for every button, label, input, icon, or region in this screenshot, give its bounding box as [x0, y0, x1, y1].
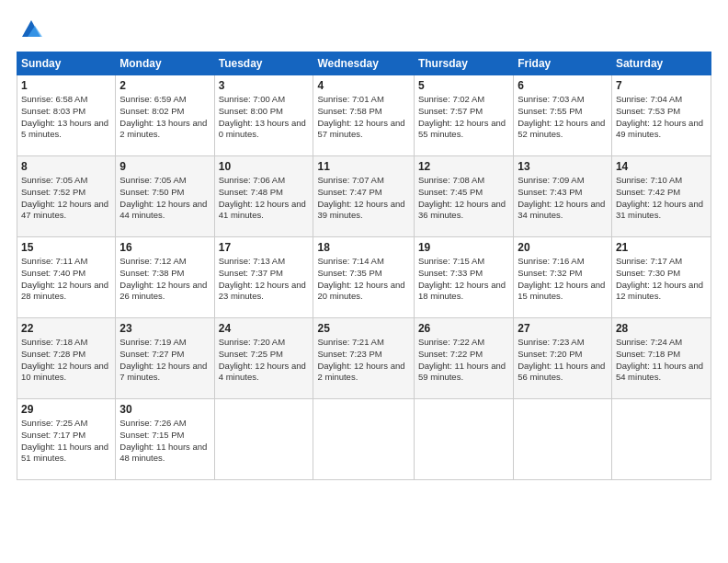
- sunrise-label: Sunrise: 7:12 AM: [119, 256, 186, 266]
- header: [17, 17, 711, 42]
- day-number: 25: [317, 322, 409, 335]
- empty-cell: [313, 399, 414, 480]
- sunrise-label: Sunrise: 7:08 AM: [418, 175, 484, 185]
- day-info: Sunrise: 7:03 AM Sunset: 7:55 PM Dayligh…: [518, 94, 608, 141]
- empty-cell: [414, 399, 513, 480]
- calendar-day-cell: 20 Sunrise: 7:16 AM Sunset: 7:32 PM Dayl…: [514, 237, 612, 318]
- sunrise-label: Sunrise: 7:25 AM: [21, 418, 87, 428]
- day-info: Sunrise: 7:09 AM Sunset: 7:43 PM Dayligh…: [518, 175, 608, 222]
- daylight-label: Daylight: 13 hours and 5 minutes.: [21, 118, 108, 140]
- sunrise-label: Sunrise: 7:05 AM: [21, 175, 87, 185]
- day-info: Sunrise: 7:17 AM Sunset: 7:30 PM Dayligh…: [616, 256, 707, 303]
- day-number: 23: [119, 322, 210, 335]
- day-number: 12: [418, 160, 509, 173]
- day-info: Sunrise: 7:19 AM Sunset: 7:27 PM Dayligh…: [119, 337, 210, 384]
- day-info: Sunrise: 7:08 AM Sunset: 7:45 PM Dayligh…: [418, 175, 509, 222]
- daylight-label: Daylight: 12 hours and 12 minutes.: [616, 280, 703, 302]
- sunset-label: Sunset: 7:53 PM: [616, 106, 680, 116]
- day-info: Sunrise: 6:58 AM Sunset: 8:03 PM Dayligh…: [21, 94, 111, 141]
- calendar-day-cell: 24 Sunrise: 7:20 AM Sunset: 7:25 PM Dayl…: [214, 318, 313, 399]
- daylight-label: Daylight: 11 hours and 54 minutes.: [616, 361, 703, 383]
- calendar-day-cell: 7 Sunrise: 7:04 AM Sunset: 7:53 PM Dayli…: [611, 75, 711, 156]
- daylight-label: Daylight: 12 hours and 41 minutes.: [219, 199, 306, 221]
- sunset-label: Sunset: 8:03 PM: [21, 106, 85, 116]
- calendar-week-row: 29 Sunrise: 7:25 AM Sunset: 7:17 PM Dayl…: [17, 399, 711, 480]
- day-number: 15: [21, 241, 111, 254]
- calendar-week-row: 22 Sunrise: 7:18 AM Sunset: 7:28 PM Dayl…: [17, 318, 711, 399]
- day-info: Sunrise: 7:12 AM Sunset: 7:38 PM Dayligh…: [119, 256, 210, 303]
- sunrise-label: Sunrise: 7:13 AM: [219, 256, 285, 266]
- day-number: 11: [317, 160, 409, 173]
- calendar-day-cell: 28 Sunrise: 7:24 AM Sunset: 7:18 PM Dayl…: [611, 318, 711, 399]
- day-number: 7: [616, 79, 707, 92]
- calendar-day-cell: 21 Sunrise: 7:17 AM Sunset: 7:30 PM Dayl…: [611, 237, 711, 318]
- sunrise-label: Sunrise: 7:01 AM: [317, 94, 383, 104]
- daylight-label: Daylight: 11 hours and 59 minutes.: [418, 361, 506, 383]
- sunrise-label: Sunrise: 7:15 AM: [418, 256, 484, 266]
- day-info: Sunrise: 7:24 AM Sunset: 7:18 PM Dayligh…: [616, 337, 707, 384]
- daylight-label: Daylight: 12 hours and 28 minutes.: [21, 280, 108, 302]
- sunset-label: Sunset: 7:17 PM: [21, 430, 85, 440]
- sunrise-label: Sunrise: 7:18 AM: [21, 337, 87, 347]
- calendar-day-cell: 10 Sunrise: 7:06 AM Sunset: 7:48 PM Dayl…: [214, 156, 313, 237]
- day-number: 10: [219, 160, 310, 173]
- sunrise-label: Sunrise: 7:24 AM: [616, 337, 682, 347]
- sunrise-label: Sunrise: 7:11 AM: [21, 256, 87, 266]
- daylight-label: Daylight: 13 hours and 2 minutes.: [119, 118, 207, 140]
- daylight-label: Daylight: 12 hours and 15 minutes.: [518, 280, 605, 302]
- sunset-label: Sunset: 7:57 PM: [418, 106, 483, 116]
- calendar-day-cell: 13 Sunrise: 7:09 AM Sunset: 7:43 PM Dayl…: [514, 156, 612, 237]
- calendar-week-row: 8 Sunrise: 7:05 AM Sunset: 7:52 PM Dayli…: [17, 156, 711, 237]
- sunrise-label: Sunrise: 6:59 AM: [119, 94, 186, 104]
- calendar-day-cell: 4 Sunrise: 7:01 AM Sunset: 7:58 PM Dayli…: [313, 75, 414, 156]
- logo: [17, 17, 44, 42]
- calendar-day-cell: 30 Sunrise: 7:26 AM Sunset: 7:15 PM Dayl…: [116, 399, 214, 480]
- page: SundayMondayTuesdayWednesdayThursdayFrid…: [0, 0, 728, 489]
- sunrise-label: Sunrise: 7:22 AM: [418, 337, 484, 347]
- daylight-label: Daylight: 12 hours and 31 minutes.: [616, 199, 703, 221]
- day-number: 9: [119, 160, 210, 173]
- sunrise-label: Sunrise: 7:16 AM: [518, 256, 584, 266]
- sunset-label: Sunset: 7:32 PM: [518, 268, 582, 278]
- day-info: Sunrise: 7:07 AM Sunset: 7:47 PM Dayligh…: [317, 175, 409, 222]
- sunrise-label: Sunrise: 6:58 AM: [21, 94, 87, 104]
- empty-cell: [611, 399, 711, 480]
- day-number: 13: [518, 160, 608, 173]
- calendar-day-cell: 3 Sunrise: 7:00 AM Sunset: 8:00 PM Dayli…: [214, 75, 313, 156]
- day-number: 6: [518, 79, 608, 92]
- weekday-header-friday: Friday: [514, 52, 612, 75]
- sunset-label: Sunset: 7:45 PM: [418, 187, 483, 197]
- calendar-day-cell: 18 Sunrise: 7:14 AM Sunset: 7:35 PM Dayl…: [313, 237, 414, 318]
- daylight-label: Daylight: 11 hours and 48 minutes.: [119, 442, 207, 464]
- sunrise-label: Sunrise: 7:07 AM: [317, 175, 383, 185]
- sunset-label: Sunset: 7:42 PM: [616, 187, 680, 197]
- calendar-day-cell: 22 Sunrise: 7:18 AM Sunset: 7:28 PM Dayl…: [17, 318, 116, 399]
- day-number: 17: [219, 241, 310, 254]
- sunrise-label: Sunrise: 7:02 AM: [418, 94, 484, 104]
- daylight-label: Daylight: 12 hours and 44 minutes.: [119, 199, 207, 221]
- day-info: Sunrise: 7:18 AM Sunset: 7:28 PM Dayligh…: [21, 337, 111, 384]
- sunset-label: Sunset: 7:18 PM: [616, 349, 680, 359]
- day-info: Sunrise: 7:05 AM Sunset: 7:50 PM Dayligh…: [119, 175, 210, 222]
- sunset-label: Sunset: 7:28 PM: [21, 349, 85, 359]
- sunrise-label: Sunrise: 7:00 AM: [219, 94, 285, 104]
- sunset-label: Sunset: 7:30 PM: [616, 268, 680, 278]
- calendar-day-cell: 23 Sunrise: 7:19 AM Sunset: 7:27 PM Dayl…: [116, 318, 214, 399]
- day-number: 3: [219, 79, 310, 92]
- calendar-day-cell: 27 Sunrise: 7:23 AM Sunset: 7:20 PM Dayl…: [514, 318, 612, 399]
- calendar-day-cell: 17 Sunrise: 7:13 AM Sunset: 7:37 PM Dayl…: [214, 237, 313, 318]
- sunset-label: Sunset: 8:02 PM: [119, 106, 184, 116]
- sunrise-label: Sunrise: 7:04 AM: [616, 94, 682, 104]
- logo-icon: [18, 17, 44, 42]
- sunset-label: Sunset: 7:25 PM: [219, 349, 283, 359]
- sunset-label: Sunset: 7:38 PM: [119, 268, 184, 278]
- day-info: Sunrise: 7:13 AM Sunset: 7:37 PM Dayligh…: [219, 256, 310, 303]
- empty-cell: [214, 399, 313, 480]
- calendar-day-cell: 2 Sunrise: 6:59 AM Sunset: 8:02 PM Dayli…: [116, 75, 214, 156]
- calendar-week-row: 15 Sunrise: 7:11 AM Sunset: 7:40 PM Dayl…: [17, 237, 711, 318]
- sunset-label: Sunset: 7:47 PM: [317, 187, 381, 197]
- sunrise-label: Sunrise: 7:26 AM: [119, 418, 186, 428]
- day-info: Sunrise: 7:15 AM Sunset: 7:33 PM Dayligh…: [418, 256, 509, 303]
- calendar-day-cell: 9 Sunrise: 7:05 AM Sunset: 7:50 PM Dayli…: [116, 156, 214, 237]
- sunset-label: Sunset: 7:43 PM: [518, 187, 582, 197]
